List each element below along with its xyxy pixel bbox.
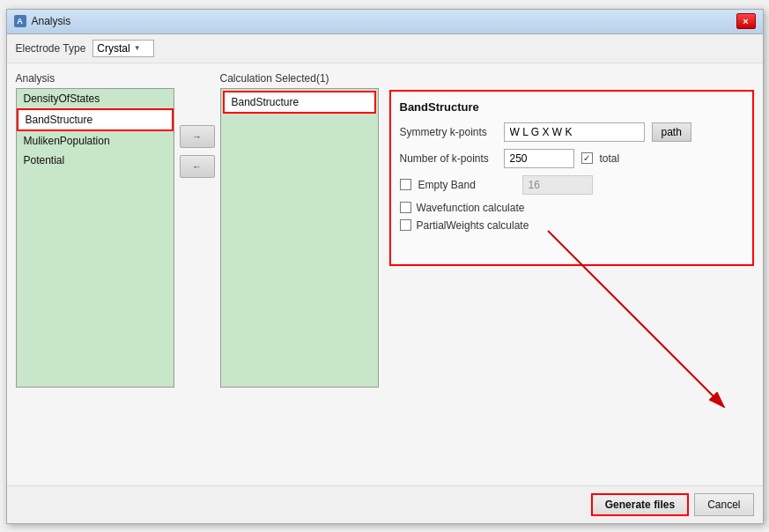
empty-band-checkbox[interactable] bbox=[400, 179, 411, 190]
kpoints-label: Number of k-points bbox=[400, 152, 497, 165]
partial-weights-checkbox[interactable] bbox=[400, 219, 411, 231]
symmetry-kpoints-label: Symmetry k-points bbox=[400, 126, 497, 138]
empty-band-input[interactable] bbox=[522, 175, 593, 195]
partial-weights-label: PartialWeights calculate bbox=[417, 219, 529, 232]
analysis-list-box[interactable]: DensityOfStates BandStructure MulikenPop… bbox=[16, 88, 174, 388]
empty-band-label: Empty Band bbox=[418, 179, 515, 191]
calculation-item-band-structure[interactable]: BandStructure bbox=[223, 91, 376, 114]
list-item-muliken-population[interactable]: MulikenPopulation bbox=[17, 131, 174, 151]
title-bar: A Analysis × bbox=[7, 10, 763, 34]
wavefunction-row: Wavefunction calculate bbox=[400, 202, 743, 214]
calculation-panel-section: Calculation Selected(1) BandStructure bbox=[220, 72, 379, 388]
window-title: Analysis bbox=[32, 15, 71, 27]
calculation-panel-label: Calculation Selected(1) bbox=[220, 72, 379, 85]
electrode-type-combo[interactable]: Crystal ▼ bbox=[92, 40, 154, 57]
electrode-type-label: Electrode Type bbox=[16, 42, 86, 55]
panels-row: Analysis DensityOfStates BandStructure M… bbox=[16, 72, 754, 477]
analysis-panel-section: Analysis DensityOfStates BandStructure M… bbox=[16, 72, 174, 388]
window-icon: A bbox=[14, 15, 26, 27]
backward-arrow-button[interactable]: ← bbox=[180, 155, 215, 178]
symmetry-kpoints-input[interactable] bbox=[504, 122, 645, 142]
total-label: total bbox=[600, 152, 620, 165]
analysis-panel-label: Analysis bbox=[16, 72, 174, 85]
combo-arrow-icon: ▼ bbox=[134, 44, 141, 52]
kpoints-input[interactable] bbox=[504, 149, 574, 168]
path-button[interactable]: path bbox=[652, 122, 691, 142]
electrode-type-value: Crystal bbox=[97, 42, 129, 55]
details-panel: BandStructure Symmetry k-points path Num… bbox=[389, 90, 754, 266]
bottom-bar: Generate files Cancel bbox=[7, 485, 763, 523]
empty-band-row: Empty Band bbox=[400, 175, 743, 195]
forward-arrow-button[interactable]: → bbox=[180, 125, 215, 148]
list-item-density-of-states[interactable]: DensityOfStates bbox=[17, 89, 174, 108]
toolbar: Electrode Type Crystal ▼ bbox=[7, 34, 763, 63]
details-panel-title: BandStructure bbox=[400, 100, 743, 114]
cancel-button[interactable]: Cancel bbox=[694, 493, 753, 516]
partial-weights-row: PartialWeights calculate bbox=[400, 219, 743, 232]
close-button[interactable]: × bbox=[736, 13, 756, 29]
total-checkbox[interactable] bbox=[581, 152, 593, 164]
kpoints-row: Number of k-points total bbox=[400, 149, 743, 168]
title-bar-left: A Analysis bbox=[14, 15, 71, 27]
main-content: Analysis DensityOfStates BandStructure M… bbox=[7, 63, 763, 485]
symmetry-kpoints-row: Symmetry k-points path bbox=[400, 122, 743, 142]
generate-files-button[interactable]: Generate files bbox=[591, 493, 689, 516]
calculation-list-box[interactable]: BandStructure bbox=[220, 88, 379, 388]
list-item-band-structure[interactable]: BandStructure bbox=[17, 108, 174, 131]
wavefunction-checkbox[interactable] bbox=[400, 202, 411, 213]
wavefunction-label: Wavefunction calculate bbox=[417, 202, 525, 214]
list-item-potential[interactable]: Potential bbox=[17, 151, 174, 170]
arrow-buttons-container: → ← bbox=[180, 125, 215, 178]
analysis-window: A Analysis × Electrode Type Crystal ▼ An… bbox=[6, 9, 764, 524]
